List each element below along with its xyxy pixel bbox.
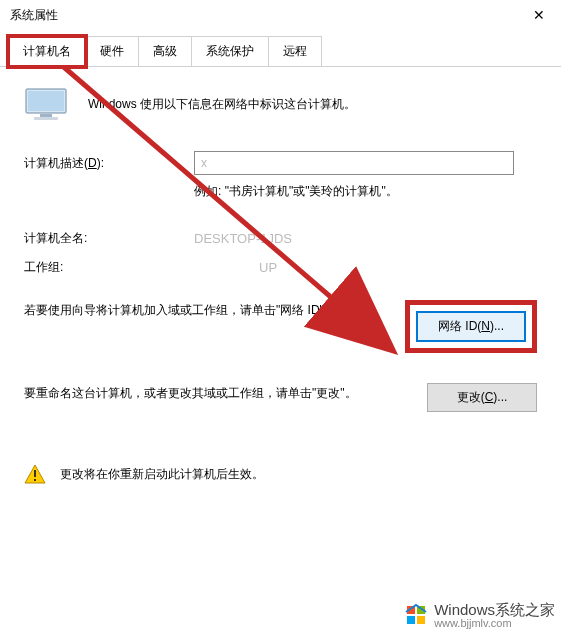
label-description: 计算机描述(D): <box>24 155 194 172</box>
highlight-netid: 网络 ID(N)... <box>405 300 537 353</box>
tab-computer-name[interactable]: 计算机名 <box>8 36 86 67</box>
svg-rect-6 <box>34 479 36 481</box>
watermark-icon <box>404 602 430 628</box>
desc-netid: 若要使用向导将计算机加入域或工作组，请单击"网络 ID"。 <box>24 300 385 322</box>
row-change: 要重命名这台计算机，或者更改其域或工作组，请单击"更改"。 更改(C)... <box>24 383 537 412</box>
notice-text: 更改将在你重新启动此计算机后生效。 <box>60 466 264 483</box>
svg-rect-2 <box>40 114 52 117</box>
tab-advanced[interactable]: 高级 <box>138 36 192 66</box>
svg-rect-3 <box>34 117 58 120</box>
row-description: 计算机描述(D): <box>24 151 537 175</box>
row-workgroup: 工作组: UP <box>24 259 537 276</box>
row-netid: 若要使用向导将计算机加入域或工作组，请单击"网络 ID"。 网络 ID(N)..… <box>24 300 537 353</box>
value-workgroup: UP <box>194 260 537 275</box>
watermark-line1: Windows系统之家 <box>434 601 555 618</box>
value-fullname: DESKTOP-1JDS <box>194 231 537 246</box>
titlebar: 系统属性 ✕ <box>0 0 561 30</box>
button-change[interactable]: 更改(C)... <box>427 383 537 412</box>
desc-change: 要重命名这台计算机，或者更改其域或工作组，请单击"更改"。 <box>24 383 407 405</box>
watermark-line2: www.bjjmlv.com <box>434 618 555 629</box>
label-fullname: 计算机全名: <box>24 230 194 247</box>
svg-rect-12 <box>417 616 425 624</box>
close-button[interactable]: ✕ <box>516 0 561 30</box>
input-description[interactable] <box>194 151 514 175</box>
row-fullname: 计算机全名: DESKTOP-1JDS <box>24 230 537 247</box>
svg-rect-11 <box>407 616 415 624</box>
button-network-id[interactable]: 网络 ID(N)... <box>416 311 526 342</box>
close-icon: ✕ <box>533 7 545 23</box>
tab-system-protection[interactable]: 系统保护 <box>191 36 269 66</box>
row-notice: 更改将在你重新启动此计算机后生效。 <box>24 458 537 484</box>
tabs-bar: 计算机名 硬件 高级 系统保护 远程 <box>0 30 561 67</box>
tab-remote[interactable]: 远程 <box>268 36 322 66</box>
intro-text: Windows 使用以下信息在网络中标识这台计算机。 <box>88 96 356 113</box>
tab-hardware[interactable]: 硬件 <box>85 36 139 66</box>
example-text: 例如: "书房计算机"或"美玲的计算机"。 <box>194 183 537 200</box>
intro-row: Windows 使用以下信息在网络中标识这台计算机。 <box>24 87 537 121</box>
warning-icon <box>24 464 46 484</box>
tab-content: Windows 使用以下信息在网络中标识这台计算机。 计算机描述(D): 例如:… <box>0 67 561 504</box>
computer-icon <box>24 87 68 121</box>
window-title: 系统属性 <box>10 7 58 24</box>
svg-rect-1 <box>28 91 64 111</box>
watermark: Windows系统之家 www.bjjmlv.com <box>404 601 555 629</box>
svg-rect-5 <box>34 470 36 477</box>
label-workgroup: 工作组: <box>24 259 194 276</box>
